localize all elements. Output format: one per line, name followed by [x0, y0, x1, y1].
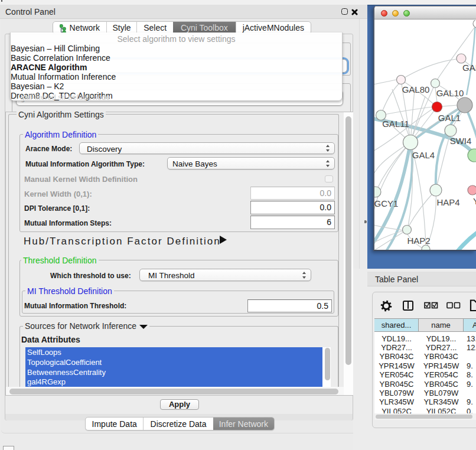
svg-text:GAL80: GAL80 — [402, 84, 430, 94]
svg-text:YJ: YJ — [473, 196, 476, 206]
svg-text:GAL1: GAL1 — [438, 113, 461, 123]
svg-text:GAL11: GAL11 — [382, 119, 409, 129]
svg-text:HAP4: HAP4 — [436, 197, 459, 207]
svg-text:GAL4: GAL4 — [412, 150, 435, 160]
svg-text:GCY1: GCY1 — [374, 198, 398, 208]
svg-text:HAP2: HAP2 — [407, 236, 430, 246]
svg-text:GAL10: GAL10 — [436, 88, 464, 98]
svg-text:GAL2: GAL2 — [462, 63, 476, 73]
svg-text:SWI4: SWI4 — [450, 136, 472, 146]
